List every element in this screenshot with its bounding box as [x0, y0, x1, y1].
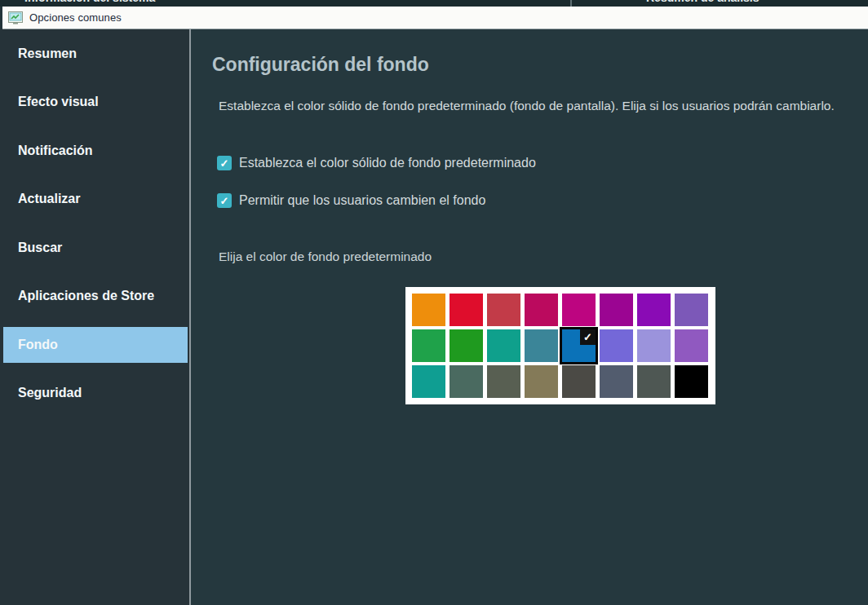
titlebar: Opciones comunes: [0, 7, 868, 29]
color-swatch[interactable]: [450, 329, 483, 362]
color-swatch[interactable]: [450, 294, 483, 326]
color-swatch[interactable]: [525, 365, 558, 398]
background-window-title-left: Información del sistema: [24, 0, 155, 4]
checkbox-label: Establezca el color sólido de fondo pred…: [239, 156, 536, 170]
selected-check-icon: ✓: [580, 329, 596, 345]
color-swatch[interactable]: [637, 365, 671, 398]
color-palette: ✓: [405, 287, 715, 404]
color-swatch[interactable]: [525, 329, 558, 362]
sidebar-nav: ResumenEfecto visualNotificaciónActualiz…: [0, 29, 189, 605]
color-swatch[interactable]: [637, 329, 671, 362]
sidebar-item-label: Aplicaciones de Store: [18, 289, 154, 303]
check-icon: ✓: [220, 157, 229, 170]
color-swatch[interactable]: [675, 365, 708, 398]
sidebar-item-aplicaciones-de-store[interactable]: Aplicaciones de Store: [0, 272, 189, 321]
sidebar-item-label: Buscar: [18, 241, 62, 255]
sidebar-item-fondo[interactable]: Fondo: [0, 320, 189, 369]
checkbox-set-default-color[interactable]: ✓: [217, 156, 232, 170]
sidebar-item-resumen[interactable]: Resumen: [0, 29, 189, 78]
color-swatch[interactable]: [600, 365, 633, 398]
main-panel: Configuración del fondo Establezca el co…: [191, 29, 868, 605]
window-title: Opciones comunes: [29, 11, 122, 24]
page-description: Establezca el color sólido de fondo pred…: [219, 96, 860, 116]
color-swatch[interactable]: [637, 294, 671, 326]
color-swatch[interactable]: [412, 294, 445, 326]
background-window-strip: Información del sistema Resumen de análi…: [0, 0, 868, 7]
sidebar-item-label: Fondo: [18, 338, 58, 352]
color-swatch[interactable]: [412, 365, 445, 398]
window-left-edge: [0, 7, 2, 29]
color-swatch[interactable]: [562, 365, 596, 398]
sidebar-item-label: Seguridad: [18, 386, 82, 400]
checkbox-row-allow-user-change[interactable]: ✓ Permitir que los usuarios cambien el f…: [217, 193, 485, 208]
color-swatch[interactable]: [675, 329, 708, 362]
color-swatch[interactable]: [562, 294, 596, 326]
sidebar-item-seguridad[interactable]: Seguridad: [0, 369, 189, 418]
color-swatch[interactable]: [600, 294, 633, 326]
app-window-icon: [8, 11, 23, 24]
sidebar-item-actualizar[interactable]: Actualizar: [0, 175, 189, 224]
color-swatch[interactable]: [487, 329, 520, 362]
color-swatch[interactable]: [487, 365, 520, 398]
sidebar-item-buscar[interactable]: Buscar: [0, 223, 189, 272]
check-icon: ✓: [220, 195, 229, 207]
background-window-title-right: Resumen de análisis: [646, 0, 760, 4]
color-swatch[interactable]: [675, 294, 708, 326]
sidebar-item-label: Resumen: [18, 46, 77, 61]
color-swatch-selected[interactable]: ✓: [562, 329, 596, 362]
page-title: Configuración del fondo: [212, 54, 429, 76]
color-swatch[interactable]: [600, 329, 633, 362]
color-swatch[interactable]: [412, 329, 445, 362]
sidebar-item-notificaci-n[interactable]: Notificación: [0, 126, 189, 175]
checkbox-label: Permitir que los usuarios cambien el fon…: [239, 193, 485, 208]
color-swatch[interactable]: [487, 294, 520, 326]
checkbox-row-set-default-color[interactable]: ✓ Establezca el color sólido de fondo pr…: [217, 156, 536, 170]
color-swatch[interactable]: [450, 365, 483, 398]
sidebar-item-efecto-visual[interactable]: Efecto visual: [0, 78, 189, 127]
sidebar-item-label: Actualizar: [18, 192, 80, 206]
palette-label: Elija el color de fondo predeterminado: [219, 250, 432, 264]
sidebar-item-label: Efecto visual: [18, 95, 99, 109]
checkbox-allow-user-change[interactable]: ✓: [217, 193, 232, 208]
sidebar-item-label: Notificación: [18, 144, 93, 158]
background-window-divider: [570, 0, 572, 7]
color-swatch[interactable]: [525, 294, 558, 326]
